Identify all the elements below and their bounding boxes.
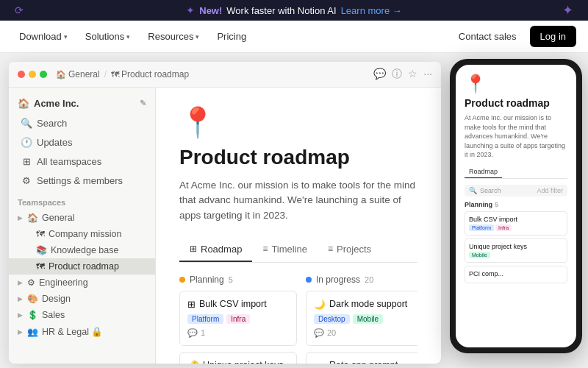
minimize-button[interactable]: [29, 71, 36, 78]
announcement-bar: ⟳ ✦ New! Work faster with Notion AI Lear…: [0, 0, 588, 21]
phone-card-title: Bulk CSV import: [469, 216, 563, 223]
sidebar: 🏠 Acme Inc. ✎ 🔍 Search 🕐 Updates ⊞ All t…: [9, 88, 156, 364]
right-decoration-icon: ✦: [562, 2, 573, 18]
new-badge: New!: [199, 5, 222, 16]
sidebar-item-engineering[interactable]: ▶ ⚙ Engineering: [9, 275, 155, 291]
phone-card-tags: Mobile: [469, 252, 563, 258]
nav-item-resources[interactable]: Resources ▾: [140, 26, 207, 46]
announcement-text: Work faster with Notion AI: [226, 5, 336, 16]
phone-card-2[interactable]: Unique project keys Mobile: [465, 238, 567, 263]
phone-card-title: Unique project keys: [469, 243, 563, 250]
phone-mockup: 📍 Product roadmap At Acme Inc. our missi…: [450, 59, 582, 353]
breadcrumb-general-label: General: [68, 69, 100, 79]
column-inprogress: In progress 20 🌙 Dark mode support Deskt…: [306, 275, 417, 364]
sidebar-item-sales[interactable]: ▶ 💲 Sales: [9, 307, 155, 323]
workspace-name: Acme Inc.: [34, 98, 79, 109]
sidebar-updates[interactable]: 🕐 Updates: [12, 133, 152, 152]
page-tabs: ⊞ Roadmap ≡ Timeline ≡ Projects: [179, 238, 417, 263]
column-header-planning: Planning 5: [179, 275, 297, 285]
planning-dot: [179, 277, 185, 283]
star-icon[interactable]: ☆: [408, 68, 417, 81]
card-bulk-csv[interactable]: ⊞ Bulk CSV import Platform Infra 💬 1: [179, 291, 297, 346]
search-icon: 🔍: [21, 118, 32, 129]
toggle-icon: ▶: [18, 214, 25, 222]
window-controls: [18, 71, 47, 78]
login-button[interactable]: Log in: [530, 26, 576, 47]
phone-tab-roadmap[interactable]: Roadmap: [465, 166, 502, 178]
navbar-left: Download ▾ Solutions ▾ Resources ▾ Prici…: [12, 26, 254, 46]
contact-sales-button[interactable]: Contact sales: [451, 26, 524, 46]
phone-page-title: Product roadmap: [465, 97, 567, 109]
card-title: ⊞ Bulk CSV import: [187, 299, 289, 310]
settings-icon: ⚙: [21, 175, 32, 186]
chevron-down-icon: ▾: [196, 33, 199, 40]
sidebar-settings[interactable]: ⚙ Settings & members: [12, 171, 152, 190]
sidebar-item-knowledge-base[interactable]: 📚 Knowledge base: [9, 242, 155, 258]
phone-search-placeholder: Search: [480, 187, 501, 194]
card-tags: Platform Infra: [187, 314, 289, 324]
card-rate-modal[interactable]: ⭐ Rate app prompt modal 💬 11: [306, 352, 417, 364]
edit-icon: ✎: [140, 99, 146, 108]
sidebar-item-company-mission[interactable]: 🗺 Company mission: [9, 226, 155, 242]
phone-page-icon: 📍: [465, 74, 567, 94]
nav-item-solutions[interactable]: Solutions ▾: [78, 26, 137, 46]
planning-count: 5: [229, 275, 233, 284]
close-button[interactable]: [18, 71, 25, 78]
navbar: Download ▾ Solutions ▾ Resources ▾ Prici…: [0, 21, 588, 53]
sidebar-search[interactable]: 🔍 Search: [12, 114, 152, 132]
sidebar-item-hr-legal[interactable]: ▶ 👥 HR & Legal 🔒: [9, 323, 155, 340]
map-icon: 🗺: [111, 70, 119, 79]
sidebar-teamspaces[interactable]: ⊞ All teamspaces: [12, 152, 152, 171]
breadcrumb-separator: /: [104, 69, 107, 79]
sidebar-item-general[interactable]: ▶ 🏠 General: [9, 210, 155, 226]
tab-projects[interactable]: ≡ Projects: [318, 238, 381, 262]
home-icon: 🏠: [56, 70, 66, 79]
phone-card-3[interactable]: PCI comp...: [465, 266, 567, 283]
sidebar-item-product-roadmap[interactable]: 🗺 Product roadmap: [9, 258, 155, 275]
book-icon: 📚: [36, 245, 47, 255]
nav-item-download[interactable]: Download ▾: [12, 26, 75, 46]
phone-tag: Infra: [495, 224, 512, 231]
phone-card-1[interactable]: Bulk CSV import Platform Infra: [465, 211, 567, 236]
tag-desktop: Desktop: [314, 314, 350, 324]
tag-platform: Platform: [187, 314, 223, 324]
chevron-down-icon: ▾: [64, 33, 68, 40]
breadcrumb-page[interactable]: 🗺 Product roadmap: [111, 69, 189, 79]
page-content: 📍 Product roadmap At Acme Inc. our missi…: [156, 88, 441, 364]
comment-icon[interactable]: 💬: [373, 68, 386, 81]
phone-section-label: Planning 5: [465, 201, 567, 208]
more-icon[interactable]: ···: [423, 68, 432, 81]
phone-preview: 📍 Product roadmap At Acme Inc. our missi…: [450, 59, 582, 367]
search-icon: 🔍: [469, 187, 477, 194]
info-icon[interactable]: ⓘ: [392, 68, 402, 81]
nav-resources-label: Resources: [148, 31, 193, 42]
teamspaces-section-label: Teamspaces: [9, 191, 155, 210]
nav-item-pricing[interactable]: Pricing: [209, 26, 254, 46]
phone-screen: 📍 Product roadmap At Acme Inc. our missi…: [456, 65, 576, 347]
toggle-icon: ▶: [18, 295, 25, 302]
learn-more-link[interactable]: Learn more →: [341, 5, 402, 16]
card-meta: 💬 1: [187, 328, 289, 338]
phone-search-bar: 🔍 Search Add filter: [465, 185, 567, 197]
add-filter-label: Add filter: [537, 187, 563, 194]
card-unique-keys[interactable]: 🔑 Unique project keys Mobile: [179, 352, 297, 364]
home-icon: 🏠: [27, 213, 38, 223]
tab-timeline[interactable]: ≡ Timeline: [252, 238, 318, 262]
notion-window: 🏠 General / 🗺 Product roadmap 💬 ⓘ ☆ ···: [9, 62, 441, 364]
gear-icon: ⚙: [27, 277, 35, 288]
sidebar-item-design[interactable]: ▶ 🎨 Design: [9, 291, 155, 307]
board-area: Planning 5 ⊞ Bulk CSV import Platform: [179, 275, 417, 364]
map-icon: 🗺: [36, 229, 45, 239]
tag-infra: Infra: [226, 314, 250, 324]
toggle-icon: ▶: [18, 279, 25, 286]
nav-pricing-label: Pricing: [217, 31, 246, 42]
workspace-selector[interactable]: 🏠 Acme Inc. ✎: [9, 93, 155, 113]
page-content-area: 📍 Product roadmap At Acme Inc. our missi…: [156, 88, 441, 364]
card-dark-mode[interactable]: 🌙 Dark mode support Desktop Mobile 💬 20: [306, 291, 417, 346]
maximize-button[interactable]: [40, 71, 47, 78]
breadcrumb-general[interactable]: 🏠 General: [56, 69, 100, 79]
page-title: Product roadmap: [179, 146, 417, 169]
grid-icon: ⊞: [21, 156, 32, 167]
tab-roadmap[interactable]: ⊞ Roadmap: [179, 238, 252, 262]
chevron-down-icon: ▾: [126, 33, 130, 40]
